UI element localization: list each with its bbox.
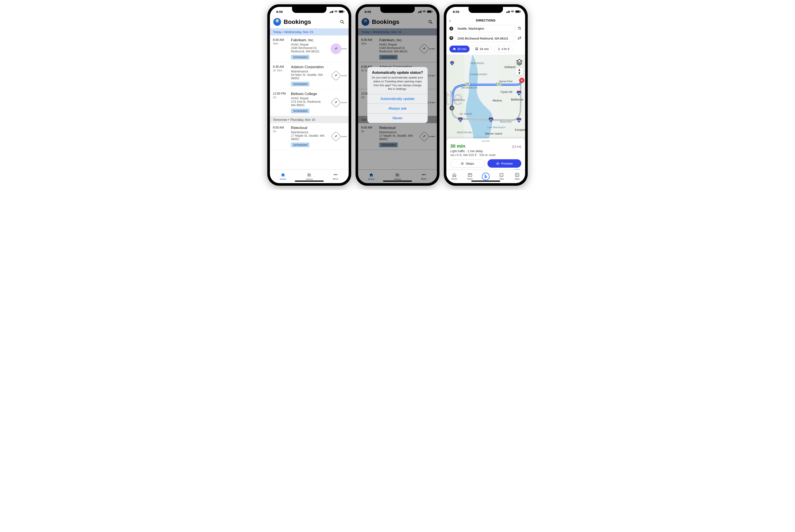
- signal-icon: [330, 11, 333, 13]
- home-indicator[interactable]: [471, 180, 500, 182]
- page-title: Bookings: [284, 18, 337, 25]
- apps-icon: [515, 173, 520, 177]
- tab-more[interactable]: ••• More: [322, 170, 349, 183]
- nav-apps[interactable]: Apps: [509, 170, 525, 183]
- svg-text:tle: tle: [446, 87, 463, 109]
- home-indicator[interactable]: [295, 180, 324, 182]
- status-badge: Scheduled: [291, 82, 309, 87]
- travel-mode-row: 30 min 34 min 4 hr 9: [446, 44, 525, 55]
- mode-transit[interactable]: 34 min: [472, 45, 492, 53]
- svg-text:405: 405: [517, 119, 521, 121]
- compass-icon[interactable]: [516, 68, 523, 75]
- wifi-icon: [511, 10, 514, 13]
- nav-home[interactable]: Home: [446, 170, 462, 183]
- eta-text: 30 min: [450, 144, 465, 149]
- mode-car[interactable]: 30 min: [449, 45, 470, 53]
- svg-point-29: [461, 163, 462, 164]
- tab-home[interactable]: Home: [270, 170, 296, 183]
- status-time: 8:05: [276, 10, 283, 14]
- settings-icon[interactable]: [517, 26, 522, 31]
- home-icon: [452, 173, 457, 177]
- directions-button[interactable]: [331, 131, 341, 141]
- sheet-grabber[interactable]: [482, 140, 490, 141]
- turn-icon: [334, 74, 338, 77]
- overflow-icon[interactable]: •••: [341, 134, 346, 139]
- alert-option-never[interactable]: Never: [367, 113, 428, 123]
- booking-list[interactable]: 8:30 AM30m Fabrikam, Inc. HVAC Repair 23…: [270, 36, 349, 169]
- alert-title: Automatically update status?: [367, 67, 428, 76]
- phone-directions: 8:05 ‹ DIRECTIONS A Seattle, Washington …: [444, 4, 528, 186]
- back-icon[interactable]: ‹: [449, 18, 451, 23]
- notch: [469, 7, 503, 13]
- steps-button[interactable]: Steps: [450, 159, 485, 168]
- route-sheet[interactable]: 30 min (13 mi) Light traffic · 1 min del…: [446, 138, 525, 169]
- svg-point-5: [520, 28, 520, 29]
- alert-body: Do you want to automatically update your…: [367, 76, 428, 94]
- preview-button[interactable]: Preview: [487, 159, 521, 168]
- directions-button[interactable]: [331, 71, 341, 81]
- origin-field[interactable]: Seattle, Washington: [455, 25, 515, 32]
- status-badge: Scheduled: [291, 109, 309, 113]
- svg-point-39: [516, 174, 517, 175]
- notch: [292, 7, 326, 13]
- search-icon[interactable]: [339, 19, 345, 25]
- mode-walk[interactable]: 4 hr 9: [494, 45, 513, 53]
- turn-icon: [334, 47, 338, 51]
- list-icon: [460, 162, 464, 165]
- svg-point-28: [461, 163, 462, 163]
- walk-icon: [498, 47, 500, 51]
- alert-option-auto[interactable]: Automatically update: [367, 94, 428, 103]
- turn-icon: [334, 135, 338, 138]
- overflow-icon[interactable]: •••: [341, 100, 346, 105]
- booking-row[interactable]: 8:00 AM2h Relecloud Maintenance 17 Maple…: [270, 123, 349, 150]
- svg-text:520: 520: [498, 83, 501, 85]
- alert-dialog: Automatically update status? Do you want…: [367, 67, 428, 123]
- alert-option-ask[interactable]: Always ask: [367, 103, 428, 113]
- svg-point-42: [518, 175, 518, 176]
- car-icon: [453, 47, 456, 51]
- svg-text:520: 520: [466, 83, 469, 85]
- origin-marker-icon: A: [449, 27, 453, 31]
- via-text: via I-5 N, WA-520 E · Toll on route: [450, 153, 521, 157]
- booking-row[interactable]: 8:30 AM30m Fabrikam, Inc. HVAC Repair 23…: [270, 36, 349, 62]
- svg-point-40: [518, 174, 518, 175]
- map-view[interactable]: A B 5 520 520 405 90 90 405 tle VIEW RID…: [446, 55, 525, 142]
- svg-text:5: 5: [452, 62, 453, 64]
- notch: [380, 7, 415, 13]
- dest-field[interactable]: 2345 Birchwood Redmond, WA 98101: [455, 35, 515, 42]
- svg-text:90: 90: [459, 119, 462, 121]
- swap-icon[interactable]: [517, 36, 522, 41]
- booking-row[interactable]: 9:30 AM2h 15m Adatum Corporation Mainten…: [270, 62, 349, 89]
- svg-point-31: [498, 163, 498, 164]
- svg-text:405: 405: [517, 92, 521, 94]
- directions-header: ‹ DIRECTIONS A Seattle, Washington 2345 …: [446, 16, 525, 44]
- tabs-icon: 4: [499, 173, 504, 177]
- home-indicator[interactable]: [383, 180, 412, 182]
- home-icon: [281, 173, 285, 177]
- directions-button[interactable]: [331, 44, 341, 54]
- bing-icon: [482, 172, 490, 181]
- signal-icon: [506, 11, 510, 13]
- svg-point-35: [482, 173, 489, 180]
- battery-icon: [339, 10, 344, 13]
- booking-row[interactable]: 12:00 PM2d Bellows College HVAC Repair 2…: [270, 89, 349, 116]
- directions-button[interactable]: [331, 97, 341, 108]
- svg-point-30: [461, 164, 462, 165]
- avatar[interactable]: [273, 18, 281, 26]
- distance-text: (13 mi): [512, 145, 521, 148]
- layers-icon[interactable]: [516, 58, 523, 66]
- modal-scrim[interactable]: Automatically update status? Do you want…: [358, 7, 437, 183]
- phone-bookings: 8:05 Bookings Today • Wednesday, Nov 15 …: [267, 4, 351, 186]
- svg-point-4: [519, 27, 519, 28]
- library-icon: [307, 173, 312, 177]
- turn-icon: [334, 101, 338, 104]
- overflow-icon[interactable]: •••: [341, 73, 346, 78]
- overflow-icon[interactable]: •••: [341, 46, 346, 51]
- more-icon: •••: [333, 173, 338, 177]
- status-time: 8:05: [453, 10, 459, 14]
- traffic-text: Light traffic · 1 min delay: [450, 149, 521, 153]
- svg-text:4: 4: [501, 174, 502, 176]
- wifi-icon: [334, 10, 338, 13]
- eye-icon: [496, 162, 500, 165]
- directions-title: DIRECTIONS: [476, 19, 495, 22]
